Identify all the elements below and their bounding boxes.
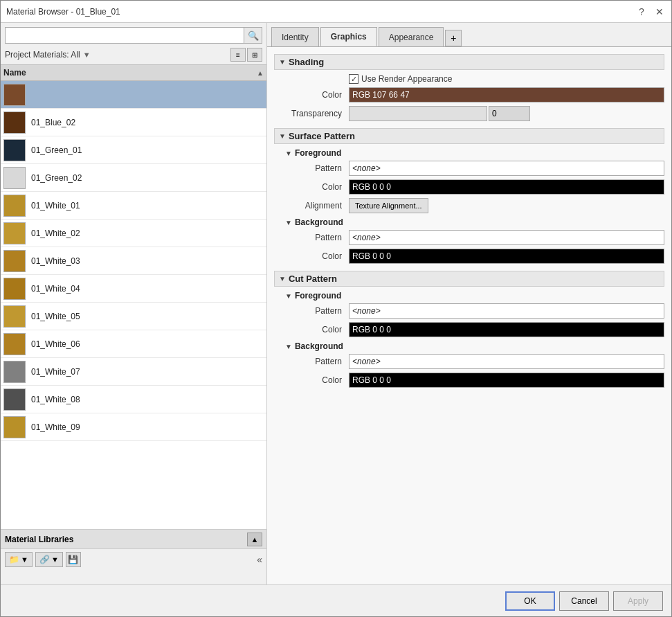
tab-identity[interactable]: Identity xyxy=(271,27,319,46)
cut-fg-pattern-value[interactable]: <none> xyxy=(349,303,664,319)
surface-fg-color-row: Color RGB 0 0 0 xyxy=(274,179,664,195)
surface-fg-color-text: RGB 0 0 0 xyxy=(352,182,391,192)
surface-bg-collapse-icon[interactable]: ▼ xyxy=(285,219,292,226)
color-text: RGB 107 66 47 xyxy=(352,90,410,100)
material-swatch xyxy=(3,222,26,244)
title-bar: Material Browser - 01_Blue_01 ? ✕ xyxy=(1,1,671,23)
material-swatch xyxy=(3,111,26,134)
material-name: 01_White_04 xyxy=(31,284,80,294)
link-icon: 🔗 xyxy=(39,555,50,564)
tab-add-button[interactable]: + xyxy=(445,30,462,46)
cut-fg-pattern-text: <none> xyxy=(352,306,381,316)
material-item[interactable]: 01_White_03 xyxy=(1,247,266,275)
add-material-button[interactable]: 📁 ▼ xyxy=(5,552,33,567)
shading-label: Shading xyxy=(289,57,324,67)
surface-foreground-header: ▼ Foreground xyxy=(285,148,664,158)
surface-fg-color-value[interactable]: RGB 0 0 0 xyxy=(349,179,664,195)
material-item[interactable]: 01_White_06 xyxy=(1,330,266,358)
add-dropdown-icon: ▼ xyxy=(21,555,28,564)
material-name: 01_White_01 xyxy=(31,201,80,211)
surface-bg-pattern-text: <none> xyxy=(352,233,381,242)
material-item[interactable]: 01_Blue_02 xyxy=(1,109,266,136)
apply-button[interactable]: Apply xyxy=(613,591,663,611)
cut-bg-collapse-icon[interactable]: ▼ xyxy=(285,343,292,350)
color-label: Color xyxy=(280,90,349,100)
grid-view-button[interactable]: ⊞ xyxy=(247,48,262,62)
cut-fg-pattern-label: Pattern xyxy=(280,306,349,316)
cancel-button[interactable]: Cancel xyxy=(559,591,609,611)
save-button[interactable]: 💾 xyxy=(66,552,81,567)
left-panel: 🔍 Project Materials: All ▼ ≡ ⊞ Name ▲ xyxy=(1,23,267,584)
material-name: 01_Green_02 xyxy=(31,173,82,183)
shading-collapse-icon[interactable]: ▼ xyxy=(279,58,286,66)
material-item[interactable]: 01_White_07 xyxy=(1,358,266,386)
material-name: 01_White_07 xyxy=(31,367,80,377)
tab-graphics-label: Graphics xyxy=(331,32,367,42)
cut-fg-collapse-icon[interactable]: ▼ xyxy=(285,292,292,300)
window-title: Material Browser - 01_Blue_01 xyxy=(6,7,120,17)
surface-fg-pattern-value[interactable]: <none> xyxy=(349,161,664,176)
transparency-value[interactable]: 0 xyxy=(489,106,530,121)
material-list: 01_Blue_02 01_Green_01 01_Green_02 01_Wh… xyxy=(1,81,266,529)
material-swatch xyxy=(3,278,26,300)
bottom-panel: Material Libraries ▲ 📁 ▼ 🔗 ▼ 💾 xyxy=(1,529,266,584)
cut-pattern-collapse-icon[interactable]: ▼ xyxy=(279,275,286,283)
material-swatch xyxy=(3,84,26,106)
material-item[interactable]: 01_White_09 xyxy=(1,413,266,441)
use-render-appearance-text: Use Render Appearance xyxy=(361,74,452,84)
cut-fg-color-label: Color xyxy=(280,325,349,334)
texture-alignment-button[interactable]: Texture Alignment... xyxy=(349,198,428,213)
cut-bg-color-value[interactable]: RGB 0 0 0 xyxy=(349,373,664,388)
cut-bg-pattern-value[interactable]: <none> xyxy=(349,354,664,369)
cut-bg-pattern-text: <none> xyxy=(352,357,381,366)
material-item[interactable]: 01_White_08 xyxy=(1,386,266,413)
search-input[interactable] xyxy=(5,27,244,44)
material-swatch xyxy=(3,388,26,411)
material-swatch xyxy=(3,195,26,217)
cut-fg-color-row: Color RGB 0 0 0 xyxy=(274,322,664,337)
cut-background-header: ▼ Background xyxy=(285,341,664,351)
cut-bg-color-label: Color xyxy=(280,375,349,385)
view-buttons: ≡ ⊞ xyxy=(230,48,262,62)
material-item[interactable]: 01_White_04 xyxy=(1,275,266,303)
close-button[interactable]: ✕ xyxy=(653,6,666,18)
cut-bg-pattern-label: Pattern xyxy=(280,357,349,366)
surface-bg-label: Background xyxy=(295,217,343,227)
material-item[interactable]: 01_White_01 xyxy=(1,192,266,220)
material-swatch xyxy=(3,139,26,161)
help-button[interactable]: ? xyxy=(635,6,648,18)
material-item[interactable]: 01_White_02 xyxy=(1,220,266,247)
surface-fg-color-label: Color xyxy=(280,182,349,192)
cut-fg-color-value[interactable]: RGB 0 0 0 xyxy=(349,322,664,337)
tab-graphics[interactable]: Graphics xyxy=(320,27,377,46)
transparency-slider[interactable] xyxy=(349,106,487,121)
surface-fg-collapse-icon[interactable]: ▼ xyxy=(285,150,292,157)
surface-fg-alignment-label: Alignment xyxy=(280,201,349,211)
name-column-header: Name xyxy=(3,68,26,78)
surface-fg-alignment-row: Alignment Texture Alignment... xyxy=(274,198,664,213)
material-item[interactable] xyxy=(1,81,266,109)
material-item[interactable]: 01_Green_02 xyxy=(1,164,266,192)
filter-dropdown-icon: ▼ xyxy=(83,51,91,59)
surface-bg-pattern-value[interactable]: <none> xyxy=(349,230,664,245)
tab-appearance[interactable]: Appearance xyxy=(379,27,444,46)
surface-bg-color-value[interactable]: RGB 0 0 0 xyxy=(349,249,664,264)
link-button[interactable]: 🔗 ▼ xyxy=(35,552,63,567)
surface-pattern-collapse-icon[interactable]: ▼ xyxy=(279,132,286,140)
tabs-bar: Identity Graphics Appearance + xyxy=(267,23,671,46)
project-materials-filter[interactable]: Project Materials: All ▼ xyxy=(5,50,91,60)
color-value[interactable]: RGB 107 66 47 xyxy=(349,87,664,102)
collapse-panel-button[interactable]: « xyxy=(257,554,262,565)
transparency-label: Transparency xyxy=(280,109,349,118)
cut-foreground-header: ▼ Foreground xyxy=(285,291,664,301)
ok-button[interactable]: OK xyxy=(505,591,555,611)
material-item[interactable]: 01_White_05 xyxy=(1,303,266,330)
use-render-appearance-checkbox[interactable]: ✓ xyxy=(349,74,358,84)
collapse-libraries-button[interactable]: ▲ xyxy=(247,533,262,546)
search-button[interactable]: 🔍 xyxy=(244,27,262,44)
material-name: 01_Blue_02 xyxy=(31,118,75,127)
material-swatch xyxy=(3,250,26,272)
material-item[interactable]: 01_Green_01 xyxy=(1,136,266,164)
cut-fg-label: Foreground xyxy=(295,291,341,301)
list-view-button[interactable]: ≡ xyxy=(230,48,246,62)
